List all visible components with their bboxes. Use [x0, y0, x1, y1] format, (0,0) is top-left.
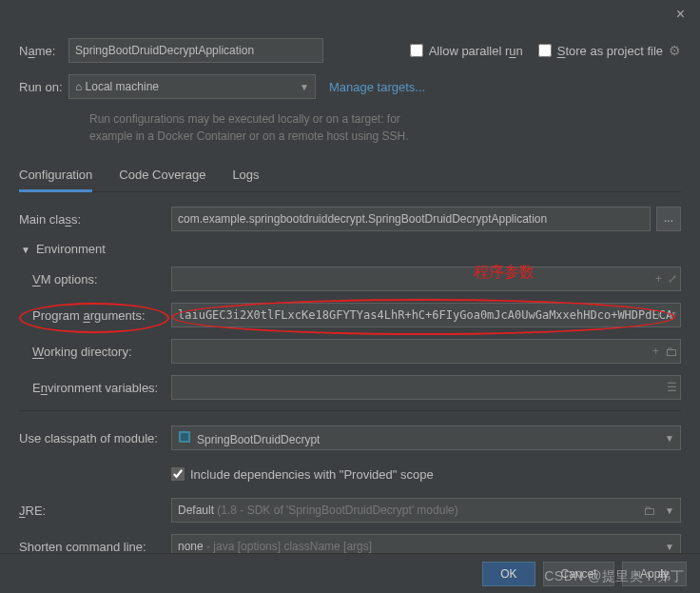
- chevron-down-icon: ▼: [665, 433, 674, 444]
- browse-main-class-button[interactable]: ...: [656, 207, 681, 231]
- apply-button[interactable]: Apply: [622, 562, 687, 586]
- list-icon[interactable]: ☰: [667, 381, 677, 394]
- name-row: Name: Allow parallel run Store as projec…: [19, 38, 681, 63]
- chevron-down-icon: ▼: [665, 542, 674, 552]
- include-provided-row: Include dependencies with "Provided" sco…: [19, 461, 681, 487]
- use-classpath-label: Use classpath of module:: [19, 431, 171, 445]
- close-icon[interactable]: ×: [669, 6, 692, 23]
- program-arguments-row: Program arguments: +⤢: [19, 302, 681, 328]
- run-on-row: Run on: ⌂ Local machine ▼ Manage targets…: [19, 74, 681, 99]
- chevron-down-icon: ▼: [300, 82, 309, 92]
- tabs: Configuration Code Coverage Logs: [19, 162, 681, 192]
- tab-code-coverage[interactable]: Code Coverage: [119, 162, 205, 191]
- folder-icon[interactable]: 🗀: [665, 345, 677, 359]
- plus-icon[interactable]: +: [655, 272, 662, 286]
- vm-options-row: VM options: +⤢: [19, 266, 681, 292]
- gear-icon[interactable]: ⚙: [669, 43, 681, 58]
- env-vars-row: Environment variables: ☰: [19, 374, 681, 401]
- main-class-row: Main class: ...: [19, 206, 681, 232]
- dialog-content: Name: Allow parallel run Store as projec…: [0, 29, 700, 560]
- program-arguments-label: Program arguments:: [19, 308, 171, 323]
- vm-options-input[interactable]: [171, 267, 681, 291]
- run-target-combo[interactable]: ⌂ Local machine ▼: [68, 74, 316, 99]
- run-on-label: Run on:: [19, 80, 68, 94]
- chevron-down-icon: ▼: [21, 245, 30, 255]
- module-icon: [178, 430, 191, 444]
- program-arguments-input[interactable]: [171, 303, 681, 327]
- tab-logs[interactable]: Logs: [232, 162, 259, 191]
- use-classpath-combo[interactable]: SpringBootDruidDecrypt ▼: [171, 425, 681, 450]
- folder-icon[interactable]: 🗀: [643, 504, 655, 518]
- ok-button[interactable]: OK: [482, 562, 535, 586]
- chevron-down-icon: ▼: [665, 505, 674, 516]
- env-vars-label: Environment variables:: [19, 381, 171, 395]
- working-directory-input[interactable]: [171, 339, 681, 364]
- jre-label: JRE:: [19, 504, 171, 518]
- main-class-input[interactable]: [171, 207, 651, 231]
- name-label: Name:: [19, 44, 68, 58]
- include-provided-checkbox[interactable]: Include dependencies with "Provided" sco…: [171, 467, 434, 482]
- allow-parallel-box[interactable]: [410, 44, 423, 57]
- env-vars-input[interactable]: [171, 375, 681, 400]
- svg-rect-1: [181, 433, 188, 441]
- plus-icon[interactable]: +: [655, 308, 662, 322]
- store-project-box[interactable]: [538, 44, 552, 57]
- environment-section-header[interactable]: ▼Environment: [21, 242, 681, 256]
- button-bar: OK Cancel Apply: [0, 553, 700, 593]
- store-project-checkbox[interactable]: Store as project file: [538, 44, 663, 58]
- expand-icon[interactable]: ⤢: [668, 308, 677, 322]
- cancel-button[interactable]: Cancel: [543, 562, 614, 586]
- jre-row: JRE: Default (1.8 - SDK of 'SpringBootDr…: [19, 497, 681, 524]
- tab-configuration[interactable]: Configuration: [19, 162, 92, 192]
- expand-icon[interactable]: ⤢: [668, 272, 677, 286]
- run-hint: Run configurations may be executed local…: [89, 110, 681, 145]
- include-provided-box[interactable]: [171, 467, 185, 481]
- name-input[interactable]: [68, 38, 323, 63]
- shorten-label: Shorten command line:: [19, 540, 171, 554]
- main-class-label: Main class:: [19, 212, 171, 227]
- manage-targets-link[interactable]: Manage targets...: [329, 80, 425, 94]
- home-icon: ⌂: [75, 80, 82, 93]
- vm-options-label: VM options:: [19, 272, 171, 287]
- separator: [19, 410, 681, 411]
- working-directory-label: Working directory:: [19, 345, 171, 359]
- plus-icon[interactable]: +: [652, 345, 659, 359]
- working-directory-row: Working directory: +🗀: [19, 338, 681, 365]
- titlebar: ×: [0, 0, 700, 29]
- jre-combo[interactable]: Default (1.8 - SDK of 'SpringBootDruidDe…: [171, 498, 681, 523]
- allow-parallel-checkbox[interactable]: Allow parallel run: [410, 44, 523, 58]
- use-classpath-row: Use classpath of module: SpringBootDruid…: [19, 425, 681, 451]
